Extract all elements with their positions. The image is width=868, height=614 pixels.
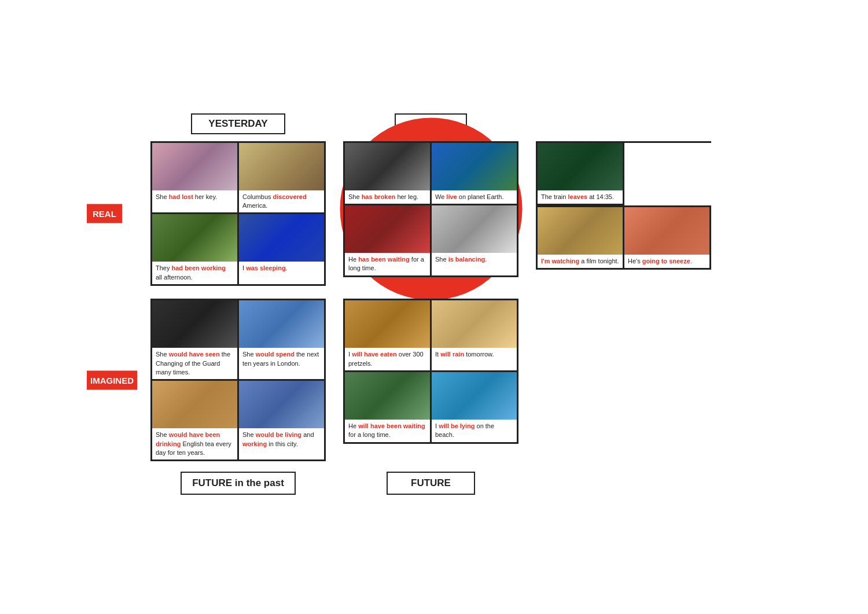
img-balance <box>432 205 517 253</box>
cell-future-right-2: I'm watching a film tonight. <box>538 207 624 270</box>
cell-now-real-2: We live on planet Earth. <box>432 143 518 205</box>
page-wrapper: YESTERDAY NOW REAL She had lost her key <box>0 0 868 614</box>
text-now-real-2: We live on planet Earth. <box>432 190 517 204</box>
img-leg <box>345 143 430 190</box>
cell-yesterday-real-1: She had lost her key. <box>152 143 239 215</box>
text-future-imagined-4: I will be lying on the beach. <box>432 420 517 442</box>
cell-future-right-1: The train leaves at 14:35. <box>538 143 624 205</box>
cell-now-real-1: She has broken her leg. <box>345 143 432 205</box>
text-yesterday-real-4: I was sleeping. <box>239 262 324 284</box>
text-fp-imagined-2: She would spend the next ten years in Lo… <box>239 348 324 379</box>
text-future-right-1: The train leaves at 14:35. <box>538 190 623 204</box>
cell-yesterday-real-4: I was sleeping. <box>239 214 326 286</box>
cell-fp-imagined-4: She would be living and working in this … <box>239 381 326 461</box>
text-now-real-4: She is balancing. <box>432 253 517 275</box>
now-real-grid: She has broken her leg. We live on plane… <box>343 141 518 277</box>
cell-now-real-3: He has been waiting for a long time. <box>345 205 432 277</box>
future-past-imagined-grid: She would have seen the Changing of the … <box>150 299 326 461</box>
text-yesterday-real-2: Columbus discovered America. <box>239 190 324 213</box>
cell-future-right-3: He's going to sneeze. <box>624 207 711 270</box>
cell-yesterday-real-3: They had been working all afternoon. <box>152 214 239 286</box>
text-now-real-3: He has been waiting for a long time. <box>345 253 430 275</box>
cell-fp-imagined-2: She would spend the next ten years in Lo… <box>239 300 326 381</box>
text-fp-imagined-4: She would be living and working in this … <box>239 428 324 459</box>
imagined-label: IMAGINED <box>87 370 137 389</box>
cell-yesterday-real-2: Columbus discovered America. <box>239 143 326 215</box>
cell-future-imagined-1: I will have eaten over 300 pretzels. <box>345 300 432 372</box>
label-future-past: FUTURE in the past <box>181 472 296 495</box>
img-guard <box>152 300 237 348</box>
yesterday-real-grid: She had lost her key. Columbus discovere… <box>150 141 326 286</box>
text-future-imagined-2: It will rain tomorrow. <box>432 348 517 370</box>
img-pretzels <box>345 300 430 348</box>
text-future-right-2: I'm watching a film tonight. <box>538 255 623 268</box>
img-sneeze <box>624 207 709 255</box>
text-fp-imagined-1: She would have seen the Changing of the … <box>152 348 237 379</box>
img-girl <box>152 143 237 190</box>
future-imagined-grid: I will have eaten over 300 pretzels. It … <box>343 299 518 444</box>
text-now-real-1: She has broken her leg. <box>345 190 430 204</box>
img-film <box>538 207 623 255</box>
img-city <box>239 381 324 428</box>
cell-fp-imagined-1: She would have seen the Changing of the … <box>152 300 239 381</box>
img-railway <box>538 143 623 190</box>
img-wait <box>345 205 430 253</box>
img-beach <box>432 372 517 420</box>
img-london <box>239 300 324 348</box>
text-yesterday-real-1: She had lost her key. <box>152 190 237 213</box>
cell-future-imagined-4: I will be lying on the beach. <box>432 372 518 444</box>
img-earth <box>432 143 517 190</box>
cell-future-imagined-2: It will rain tomorrow. <box>432 300 518 372</box>
real-label: REAL <box>87 204 122 223</box>
cell-now-real-4: She is balancing. <box>432 205 518 277</box>
future-right-real: The train leaves at 14:35. I'm watching … <box>536 141 711 270</box>
img-workers <box>152 214 237 262</box>
img-crystal <box>432 300 517 348</box>
text-future-imagined-3: He will have been waiting for a long tim… <box>345 420 430 442</box>
label-future: FUTURE <box>387 472 475 495</box>
text-yesterday-real-3: They had been working all afternoon. <box>152 262 237 284</box>
cell-future-imagined-3: He will have been waiting for a long tim… <box>345 372 432 444</box>
text-future-right-3: He's going to sneeze. <box>624 255 709 268</box>
cell-fp-imagined-3: She would have been drinking English tea… <box>152 381 239 461</box>
header-yesterday: YESTERDAY <box>191 113 285 134</box>
text-future-imagined-1: I will have eaten over 300 pretzels. <box>345 348 430 370</box>
now-real-wrapper: She has broken her leg. We live on plane… <box>343 141 518 277</box>
text-fp-imagined-3: She would have been drinking English tea… <box>152 428 237 459</box>
img-clock <box>239 214 324 262</box>
img-tea <box>152 381 237 428</box>
img-columbus <box>239 143 324 190</box>
img-monkey <box>345 372 430 420</box>
